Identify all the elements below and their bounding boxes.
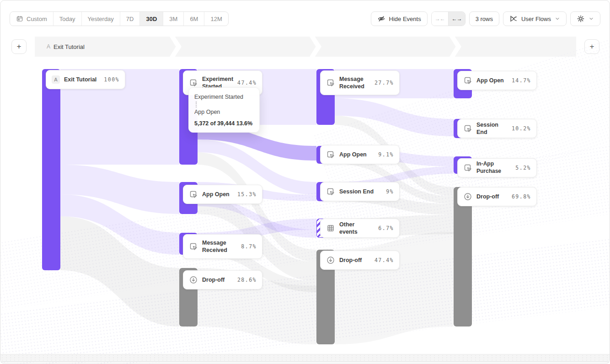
dropoff-icon <box>463 192 472 201</box>
node-bar-dropoff-4[interactable] <box>454 187 472 327</box>
user-flows-app: Custom Today Yesterday 7D 30D 3M 6M 12M … <box>0 0 610 364</box>
tooltip-target-event: App Open <box>194 109 254 115</box>
node-card-exit-tutorial[interactable]: A Exit Tutorial 100% <box>46 70 125 89</box>
node-card-app-open-2[interactable]: App Open 15.3% <box>183 185 262 204</box>
node-card-dropoff-3[interactable]: Drop-off 47.4% <box>320 251 400 270</box>
node-card-in-app-purchase-4[interactable]: In-App Purchase 5.2% <box>457 158 537 177</box>
tooltip-source-event: Experiment Started <box>194 94 254 100</box>
tooltip-stat: 5,372 of 39,444 13.6% <box>194 120 254 127</box>
event-icon <box>326 78 335 87</box>
event-icon <box>463 163 472 172</box>
node-bar-exit-tutorial[interactable] <box>42 69 60 270</box>
event-icon <box>189 242 198 251</box>
event-icon <box>189 78 198 87</box>
step-a-badge: A <box>52 75 60 84</box>
grid-icon <box>326 224 335 233</box>
node-card-app-open-4[interactable]: App Open 14.7% <box>457 71 537 90</box>
node-card-app-open-3[interactable]: App Open 9.1% <box>320 145 400 164</box>
flow-ribbons <box>0 0 610 364</box>
event-icon <box>189 190 198 199</box>
event-icon <box>463 124 472 133</box>
node-card-dropoff-4[interactable]: Drop-off 69.8% <box>457 187 537 206</box>
event-icon <box>463 76 472 85</box>
tooltip-connector <box>196 102 254 107</box>
link-dropoff-dropoff4[interactable] <box>335 232 454 344</box>
dropoff-icon <box>189 275 198 284</box>
link-message-sessionend[interactable] <box>335 98 454 136</box>
event-icon <box>326 187 335 196</box>
node-card-message-received-3[interactable]: Message Received 27.7% <box>320 70 400 95</box>
link-tooltip: Experiment Started App Open 5,372 of 39,… <box>188 87 260 133</box>
dropoff-icon <box>326 256 335 265</box>
node-card-dropoff-2[interactable]: Drop-off 28.6% <box>183 270 262 289</box>
node-card-session-end-4[interactable]: Session End 10.2% <box>457 119 537 138</box>
node-card-other-events-3[interactable]: Other events 6.7% <box>320 219 400 238</box>
event-icon <box>326 150 335 159</box>
node-card-session-end-3[interactable]: Session End 9% <box>320 182 400 201</box>
node-card-message-received-2[interactable]: Message Received 8.7% <box>183 234 262 259</box>
